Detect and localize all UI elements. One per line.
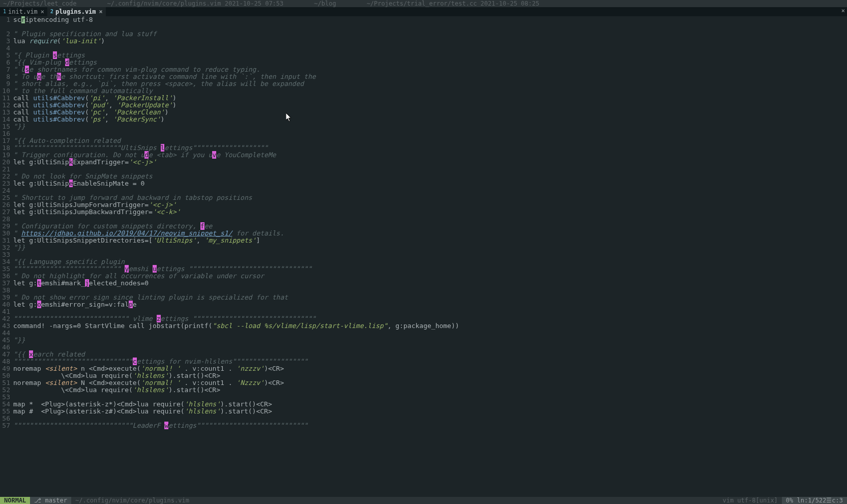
line-number: 22 — [0, 173, 13, 180]
code-line[interactable]: " https://jdhao.github.io/2019/04/17/neo… — [13, 230, 847, 237]
code-line[interactable] — [13, 187, 847, 194]
code-line[interactable]: command! -nargs=0 StartVlime call jobsta… — [13, 322, 847, 330]
code-line[interactable] — [13, 251, 847, 258]
status-path: ~/.config/nvim/core/plugins.vim — [71, 497, 193, 504]
code-line[interactable]: " To uge thhe shortcut: first activate c… — [13, 73, 847, 80]
line-number: 9 — [0, 80, 13, 87]
code-line[interactable]: lua require('lua-init') — [13, 38, 847, 45]
code-line[interactable]: noremap <silent> n <Cmd>execute('normal!… — [13, 365, 847, 372]
code-line[interactable] — [13, 330, 847, 337]
code-line[interactable]: \<Cmd>lua require('hlslens').start()<CR> — [13, 372, 847, 379]
code-line[interactable]: " Shortcut to jump forward and backward … — [13, 194, 847, 201]
tmux-seg-2: ~/.config/nvim/core/plugins.vim 2021-10-… — [107, 0, 284, 7]
code-line[interactable]: call utils#Cabbrev('pud', 'PackerUpdate'… — [13, 102, 847, 109]
tab-init-vim[interactable]: 1 init.vim × — [0, 7, 47, 16]
code-line[interactable]: let g:oemshi#error_sign=v:falpe — [13, 301, 847, 308]
code-line[interactable]: \<Cmd>lua require('hlslens').start()<CR> — [13, 387, 847, 394]
code-line[interactable]: map * <Plug>(asterisk-z*)<Cmd>lua requir… — [13, 401, 847, 408]
code-line[interactable]: "{{ xearch related — [13, 351, 847, 358]
tab-plugins-vim[interactable]: 2 plugins.vim × — [47, 7, 106, 16]
code-line[interactable] — [13, 216, 847, 223]
code-line[interactable]: " Do not show error sign since linting p… — [13, 294, 847, 301]
code-line[interactable]: """"""""""""""""""""""""""""""LeaderF we… — [13, 422, 847, 429]
code-line[interactable]: " short alias, e.g., `pi`, then press <s… — [13, 80, 847, 87]
line-number: 1 — [0, 16, 13, 23]
code-line[interactable]: "{{ Vim-plug dettings — [13, 59, 847, 66]
code-line[interactable]: let g:UltiSnipeEnableSnipMate = 0 — [13, 180, 847, 187]
code-line[interactable]: scriptencoding utf-8 — [13, 16, 847, 23]
line-number: 57 — [0, 422, 13, 429]
code-line[interactable] — [13, 344, 847, 351]
line-number: 5 — [0, 52, 13, 59]
code-line[interactable]: noremap <silent> N <Cmd>execute('normal!… — [13, 379, 847, 387]
line-number: 44 — [0, 330, 13, 337]
line-number: 45 — [0, 337, 13, 344]
code-line[interactable]: "}} — [13, 244, 847, 251]
code-line[interactable] — [13, 130, 847, 137]
code-line[interactable]: "}} — [13, 337, 847, 344]
code-line[interactable]: """"""""""""""""""""""""""" yemshi uetti… — [13, 265, 847, 273]
code-line[interactable]: """""""""""""""""""""""""""UltiSnips let… — [13, 144, 847, 152]
line-number: 6 — [0, 59, 13, 66]
code-line[interactable]: "{ Plugin settings — [13, 52, 847, 59]
code-line[interactable]: let g:temshi#mark_jelected_nodes=0 — [13, 280, 847, 287]
close-icon[interactable]: × — [41, 8, 44, 15]
code-line[interactable]: "{{ Auto-completion related — [13, 137, 847, 144]
status-right: vim utf-8[unix] 0% ln:1/522☰c:3 — [718, 497, 847, 504]
code-line[interactable]: call utils#Cabbrev('pi', 'PackerInstall'… — [13, 95, 847, 102]
code-line[interactable]: let g:UltiSnipsJumpForwardTrigger='<c-j>… — [13, 201, 847, 209]
tmux-seg-3: ~/blog — [314, 0, 336, 7]
code-line[interactable] — [13, 166, 847, 173]
line-number: 8 — [0, 73, 13, 80]
code-line[interactable]: """"""""""""""""""""""""""""" vlime zett… — [13, 315, 847, 322]
line-number: 30 — [0, 230, 13, 237]
status-branch: ⎇ master — [30, 497, 71, 504]
line-number: 19 — [0, 152, 13, 159]
code-line[interactable]: call utils#Cabbrev('pc', 'PackerClean') — [13, 109, 847, 116]
code-line[interactable] — [13, 23, 847, 31]
code-line[interactable] — [13, 308, 847, 315]
line-number: 31 — [0, 237, 13, 244]
line-number: 10 — [0, 87, 13, 95]
code-line[interactable]: let g:UltiSnipsJumpBackwardTrigger='<c-k… — [13, 209, 847, 216]
tabline-close-icon[interactable]: × — [841, 7, 845, 14]
code-line[interactable] — [13, 415, 847, 422]
line-number: 54 — [0, 401, 13, 408]
code-line[interactable] — [13, 45, 847, 52]
code-line[interactable]: " Configuration for custom snippets dire… — [13, 223, 847, 230]
line-number: 32 — [0, 244, 13, 251]
close-icon[interactable]: × — [99, 8, 103, 15]
code-line[interactable]: call utils#Cabbrev('ps', 'PackerSync') — [13, 116, 847, 123]
tab-label: plugins.vim — [55, 8, 96, 15]
code-line[interactable] — [13, 394, 847, 401]
line-number: 2 — [0, 31, 13, 38]
code-line[interactable]: map # <Plug>(asterisk-z#)<Cmd>lua requir… — [13, 408, 847, 415]
line-number: 25 — [0, 194, 13, 201]
line-number: 34 — [0, 258, 13, 265]
code-line[interactable]: " Plugin specification and lua stuff — [13, 31, 847, 38]
code-line[interactable]: """"""""""""""""""""""""""""""cettings f… — [13, 358, 847, 365]
line-number: 41 — [0, 308, 13, 315]
code-line[interactable]: "{{ Language specific plugin — [13, 258, 847, 265]
code-line[interactable]: " Do not highlight for all occurrences o… — [13, 273, 847, 280]
line-number: 42 — [0, 315, 13, 322]
line-number: 29 — [0, 223, 13, 230]
code-line[interactable]: " Do not look for SnipMate snippets — [13, 173, 847, 180]
line-number: 13 — [0, 109, 13, 116]
code-line[interactable]: " to the full command automatically — [13, 87, 847, 95]
code-line[interactable]: let g:UltiSnipkExpandTrigger='<c-j>' — [13, 159, 847, 166]
line-number: 18 — [0, 144, 13, 152]
line-number: 16 — [0, 130, 13, 137]
line-number: 23 — [0, 180, 13, 187]
line-number: 26 — [0, 201, 13, 209]
code-line[interactable]: let g:UltiSnipsSnippetDirectories=['Ulti… — [13, 237, 847, 244]
code-line[interactable] — [13, 287, 847, 294]
code-line[interactable]: " Trigger configuration. Do not ude <tab… — [13, 152, 847, 159]
line-number: 50 — [0, 372, 13, 379]
line-number: 48 — [0, 358, 13, 365]
editor-pane[interactable]: 1scriptencoding utf-8 2" Plugin specific… — [0, 16, 847, 429]
line-number: 49 — [0, 365, 13, 372]
code-line[interactable]: " Use shortnames for common vim-plug com… — [13, 66, 847, 73]
code-line[interactable]: "}} — [13, 123, 847, 130]
line-number — [0, 23, 13, 31]
